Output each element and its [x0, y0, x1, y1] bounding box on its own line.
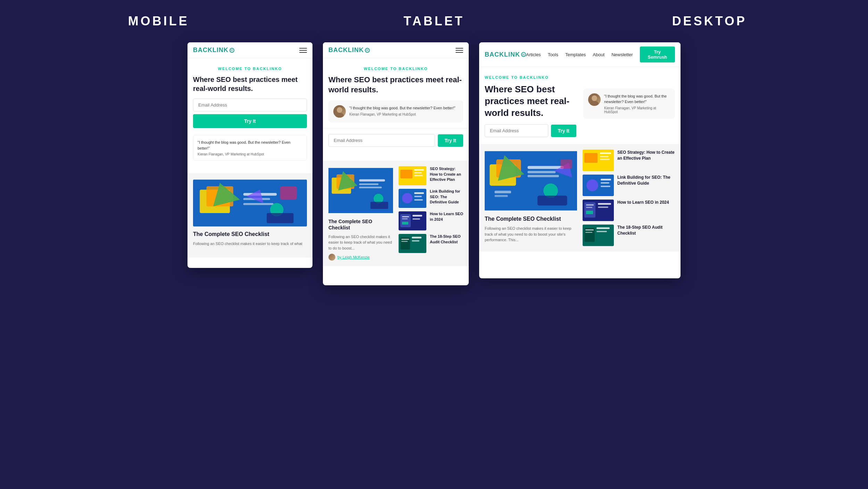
desktop-logo: BACKLINKO [485, 51, 526, 58]
mobile-testimonial: "I thought the blog was good. But the ne… [193, 135, 307, 161]
page-wrapper: MOBILE TABLET DESKTOP BACKLINKO WELCOME … [7, 14, 861, 285]
desktop-article-img-3 [583, 200, 614, 221]
mobile-hamburger[interactable] [299, 48, 307, 53]
mobile-featured-article: The Complete SEO Checklist Following an … [193, 179, 307, 246]
tablet-side-title-2: Link Building for SEO: The Definitive Gu… [430, 189, 463, 205]
svg-rect-76 [598, 206, 608, 208]
tablet-side-title-1: SEO Strategy: How to Create an Effective… [430, 166, 463, 182]
svg-rect-55 [537, 196, 567, 206]
tablet-hero: WELCOME TO BACKLINKO Where SEO best prac… [323, 58, 469, 161]
svg-rect-42 [401, 241, 408, 242]
tablet-two-col: The Complete SEO Checklist Following an … [328, 166, 463, 261]
mobile-content: The Complete SEO Checklist Following an … [187, 173, 312, 258]
tablet-article-img-4 [399, 234, 426, 253]
svg-rect-31 [414, 199, 423, 201]
desktop-article-img-4 [583, 225, 614, 246]
nav-about[interactable]: About [593, 52, 604, 57]
svg-rect-8 [267, 213, 293, 223]
desktop-article-img-1 [583, 150, 614, 171]
svg-rect-24 [414, 169, 424, 171]
svg-point-46 [590, 101, 599, 106]
nav-newsletter[interactable]: Newsletter [611, 52, 633, 57]
tablet-side-article-1: SEO Strategy: How to Create an Effective… [399, 166, 463, 185]
desktop-hero-right: "I thought the blog was good. But the ne… [583, 88, 675, 124]
svg-point-45 [592, 95, 597, 101]
svg-rect-25 [414, 172, 422, 174]
svg-rect-26 [414, 175, 423, 176]
svg-rect-73 [586, 207, 592, 208]
mobile-frame: BACKLINKO WELCOME TO BACKLINKO Where SEO… [187, 42, 312, 268]
tablet-featured-excerpt: Following an SEO checklist makes it easi… [328, 234, 393, 251]
svg-rect-43 [412, 237, 422, 238]
svg-rect-69 [601, 186, 610, 187]
desktop-article-img-2 [583, 175, 614, 196]
tablet-header: BACKLINKO [323, 42, 469, 58]
desktop-hero-heading: Where SEO best practices meet real-world… [485, 84, 576, 119]
tablet-frame: BACKLINKO WELCOME TO BACKLINKO Where SEO… [323, 42, 469, 285]
svg-rect-17 [359, 179, 385, 182]
try-semrush-button[interactable]: Try Semrush [640, 47, 675, 62]
mobile-featured-img [193, 179, 307, 227]
svg-rect-21 [370, 202, 388, 209]
tablet-testimonial: "I thought the blog was good. But the ne… [328, 100, 463, 123]
nav-articles[interactable]: Articles [526, 52, 541, 57]
mobile-featured-excerpt: Following an SEO checklist makes it easi… [193, 241, 307, 247]
tablet-welcome: WELCOME TO BACKLINKO [328, 67, 463, 71]
svg-rect-64 [600, 159, 610, 160]
desktop-email-input[interactable] [485, 124, 548, 137]
tablet-featured-img [328, 166, 393, 215]
desktop-side-article-3: How to Learn SEO in 2024 [583, 200, 675, 221]
nav-templates[interactable]: Templates [565, 52, 586, 57]
mobile-email-form: Try It [193, 99, 307, 128]
desktop-featured-title: The Complete SEO Checklist [485, 216, 577, 223]
tablet-email-input[interactable] [328, 134, 435, 147]
tablet-testimonial-content: "I thought the blog was good. But the ne… [349, 105, 456, 116]
mobile-testimonial-author: Kieran Flanagan, VP Marketing at HubSpot [198, 152, 302, 156]
desktop-side-article-1: SEO Strategy: How to Create an Effective… [583, 150, 675, 171]
mobile-featured-title: The Complete SEO Checklist [193, 231, 307, 238]
svg-rect-74 [586, 211, 593, 214]
svg-rect-52 [528, 171, 556, 174]
mobile-logo: BACKLINKO [193, 47, 234, 54]
svg-rect-79 [585, 229, 594, 230]
tablet-featured: The Complete SEO Checklist Following an … [328, 166, 393, 261]
svg-rect-62 [600, 152, 611, 154]
svg-rect-6 [243, 203, 274, 205]
svg-rect-18 [359, 184, 378, 185]
svg-rect-63 [600, 156, 609, 157]
svg-point-66 [586, 179, 598, 191]
mobile-email-input[interactable] [193, 99, 307, 111]
desktop-testimonial: "I thought the blog was good. But the ne… [583, 88, 675, 119]
mobile-hero-heading: Where SEO best practices meet real-world… [193, 75, 307, 93]
svg-rect-29 [414, 192, 424, 194]
mobile-try-it-button[interactable]: Try It [193, 114, 307, 128]
tablet-label: TABLET [296, 14, 571, 28]
svg-rect-19 [359, 187, 382, 188]
svg-rect-36 [402, 222, 408, 225]
svg-rect-61 [584, 153, 598, 163]
desktop-try-it-button[interactable]: Try It [551, 125, 576, 137]
desktop-nav: Articles Tools Templates About Newslette… [526, 47, 675, 62]
tablet-divider [323, 128, 469, 128]
desktop-featured-excerpt: Following an SEO checklist makes it easi… [485, 226, 577, 243]
tablet-featured-title: The Complete SEO Checklist [328, 218, 393, 231]
svg-point-11 [337, 107, 342, 113]
svg-rect-80 [585, 232, 592, 233]
mobile-testimonial-quote: "I thought the blog was good. But the ne… [198, 140, 302, 151]
nav-tools[interactable]: Tools [548, 52, 558, 57]
mobile-header: BACKLINKO [187, 42, 312, 58]
tablet-side-title-4: The 18-Step SEO Audit Checklist [430, 234, 463, 245]
tablet-hamburger[interactable] [456, 48, 463, 53]
desktop-side-title-1: SEO Strategy: How to Create an Effective… [617, 150, 675, 161]
tablet-side-title-3: How to Learn SEO in 2024 [430, 211, 463, 222]
svg-rect-57 [561, 160, 572, 169]
svg-rect-82 [596, 231, 607, 232]
desktop-side-title-3: How to Learn SEO in 2024 [617, 200, 669, 205]
svg-rect-34 [402, 216, 409, 217]
desktop-label: DESKTOP [572, 14, 847, 28]
desktop-avatar [588, 93, 601, 106]
svg-rect-67 [601, 179, 611, 180]
tablet-try-it-button[interactable]: Try It [438, 134, 463, 147]
desktop-email-form: Try It [485, 124, 576, 137]
desktop-header: BACKLINKO Articles Tools Templates About… [479, 42, 681, 67]
